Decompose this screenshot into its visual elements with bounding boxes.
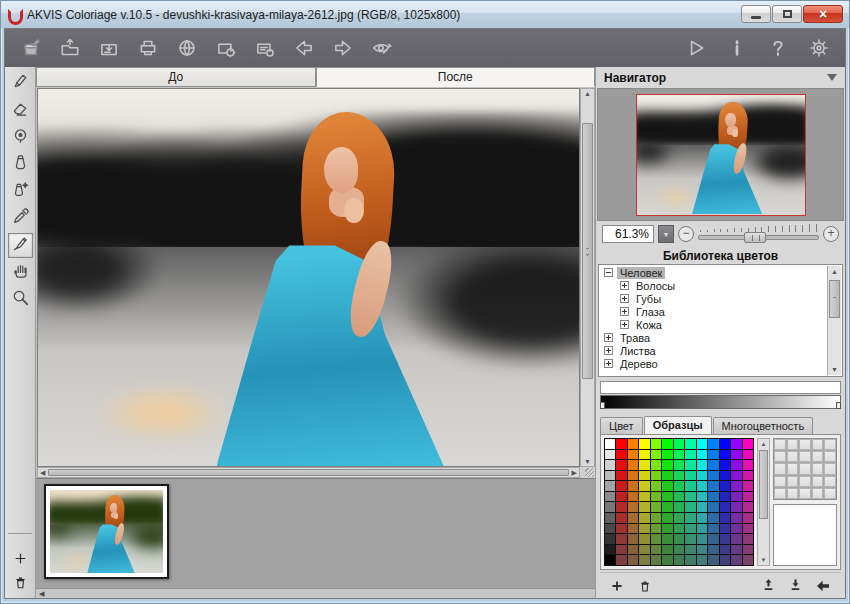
palette-swatch[interactable] [697,481,707,491]
expand-icon[interactable] [604,333,613,342]
palette-swatch[interactable] [651,502,661,512]
palette-swatch[interactable] [628,534,638,544]
recent-color-cell[interactable] [799,476,811,487]
palette-swatch[interactable] [685,481,695,491]
navigator-viewport[interactable] [597,88,844,221]
palette-swatch[interactable] [639,492,649,502]
recent-color-cell[interactable] [799,439,811,450]
zoom-input[interactable]: 61.3% [602,225,654,243]
navigator-view-frame[interactable] [636,94,806,216]
web-publish-icon[interactable] [175,36,199,60]
palette-swatch[interactable] [708,513,718,523]
export-palette-button[interactable] [761,578,776,594]
gradient-marker-right[interactable] [836,402,841,409]
palette-swatch[interactable] [697,439,707,449]
delete-color-button[interactable] [638,579,652,593]
palette-swatch[interactable] [674,439,684,449]
palette-swatch[interactable] [639,471,649,481]
palette-swatch[interactable] [708,492,718,502]
palette-swatch[interactable] [651,534,661,544]
palette-swatch[interactable] [628,555,638,565]
palette-swatch[interactable] [731,502,741,512]
recent-color-cell[interactable] [787,488,799,499]
palette-swatch[interactable] [720,524,730,534]
palette-swatch[interactable] [605,545,615,555]
palette-swatch[interactable] [674,534,684,544]
slider-thumb[interactable] [744,232,766,243]
palette-swatch[interactable] [674,450,684,460]
palette-swatch[interactable] [651,524,661,534]
palette-swatch[interactable] [662,471,672,481]
palette-swatch[interactable] [685,513,695,523]
tool-eyedropper[interactable] [8,206,33,231]
collapse-panel-icon[interactable] [827,74,837,86]
palette-swatch[interactable] [731,513,741,523]
palette-swatch[interactable] [708,471,718,481]
tree-scroll-thumb[interactable] [829,280,840,318]
recent-color-cell[interactable] [799,451,811,462]
recent-color-cell[interactable] [774,439,786,450]
palette-swatch[interactable] [731,545,741,555]
recent-color-cell[interactable] [812,439,824,450]
palette-swatch[interactable] [720,502,730,512]
palette-swatch[interactable] [685,450,695,460]
palette-swatch[interactable] [697,460,707,470]
recent-color-cell[interactable] [812,488,824,499]
palette-swatch[interactable] [697,471,707,481]
palette-swatch[interactable] [720,460,730,470]
scroll-down-icon[interactable]: ▼ [828,366,841,373]
scroll-left-icon[interactable]: ◀ [39,590,44,598]
palette-swatch[interactable] [708,524,718,534]
scroll-down-icon[interactable]: ▼ [581,458,594,465]
print-icon[interactable] [136,36,160,60]
gradient-marker-left[interactable] [600,402,605,409]
palette-swatch[interactable] [731,534,741,544]
palette-swatch[interactable] [662,450,672,460]
canvas-vertical-scrollbar[interactable]: ▲ ▼ [580,88,595,467]
tree-item-0[interactable]: Человек [600,266,827,279]
palette-swatch[interactable] [651,471,661,481]
maximize-button[interactable] [772,5,802,23]
palette-swatch[interactable] [651,439,661,449]
palette-swatch[interactable] [605,450,615,460]
tree-item-2[interactable]: Губы [600,292,827,305]
palette-swatch[interactable] [720,555,730,565]
palette-swatch[interactable] [662,545,672,555]
palette-swatch[interactable] [662,460,672,470]
palette-swatch[interactable] [605,555,615,565]
recent-color-cell[interactable] [774,488,786,499]
tree-item-4[interactable]: Кожа [600,318,827,331]
recent-color-cell[interactable] [824,488,836,499]
palette-swatch[interactable] [697,545,707,555]
palette-swatch[interactable] [628,513,638,523]
palette-swatch[interactable] [639,450,649,460]
palette-swatch[interactable] [731,460,741,470]
expand-icon[interactable] [620,294,629,303]
palette-swatch[interactable] [743,439,753,449]
palette-swatch[interactable] [674,524,684,534]
palette-swatch[interactable] [674,492,684,502]
palette-swatch[interactable] [743,513,753,523]
palette-swatch[interactable] [731,524,741,534]
current-color-swatch[interactable] [773,504,837,566]
palette-swatch[interactable] [605,513,615,523]
palette-swatch[interactable] [616,513,626,523]
palette-swatch[interactable] [662,555,672,565]
tool-zoom[interactable] [8,287,33,312]
brightness-gradient-bar[interactable] [600,395,841,409]
palette-swatch[interactable] [651,492,661,502]
palette-swatch[interactable] [651,460,661,470]
palette-swatch[interactable] [743,492,753,502]
tool-keep-color-pencil[interactable] [8,125,33,150]
titlebar[interactable]: AKVIS Coloriage v.10.5 - devushki-krasiv… [1,1,849,28]
palette-swatch[interactable] [605,471,615,481]
palette-swatch[interactable] [697,534,707,544]
palette-swatch[interactable] [628,460,638,470]
palette-swatch[interactable] [628,524,638,534]
palette-swatch[interactable] [616,545,626,555]
palette-swatch[interactable] [605,492,615,502]
recent-color-cell[interactable] [787,439,799,450]
redo-icon[interactable] [331,36,355,60]
save-strokes-icon[interactable] [253,36,277,60]
expand-icon[interactable] [620,281,629,290]
